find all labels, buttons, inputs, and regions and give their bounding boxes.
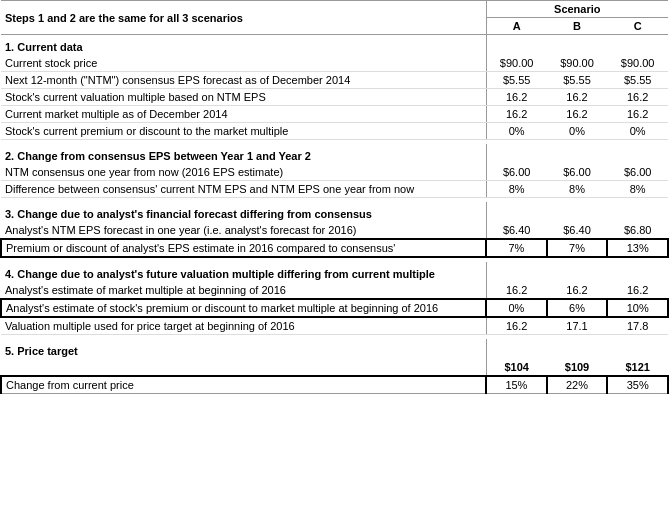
table-row: Change from current price 15% 22% 35% — [1, 376, 668, 394]
section-header-section3: 3. Change due to analyst's financial for… — [1, 202, 668, 222]
row-value-a: 15% — [486, 376, 547, 394]
section-header-label: 3. Change due to analyst's financial for… — [1, 202, 486, 222]
row-value-b: 16.2 — [547, 89, 608, 106]
row-value-b: $6.00 — [547, 164, 608, 181]
row-value-b: 16.2 — [547, 282, 608, 299]
row-value-c: $6.80 — [607, 222, 668, 239]
row-label: Current stock price — [1, 55, 486, 72]
scenario-a-header: A — [486, 18, 547, 35]
row-value-a: 0% — [486, 123, 547, 140]
row-label: Analyst's estimate of stock's premium or… — [1, 299, 486, 317]
table-row: Difference between consensus' current NT… — [1, 181, 668, 198]
scenario-header-row: Steps 1 and 2 are the same for all 3 sce… — [1, 1, 668, 18]
row-value-b: 0% — [547, 123, 608, 140]
table-row: Analyst's estimate of stock's premium or… — [1, 299, 668, 317]
row-value-a: $90.00 — [486, 55, 547, 72]
row-value-c: 13% — [607, 239, 668, 257]
row-value-a: 16.2 — [486, 89, 547, 106]
table-row: Stock's current premium or discount to t… — [1, 123, 668, 140]
table-row: Premium or discount of analyst's EPS est… — [1, 239, 668, 257]
table-row: Analyst's estimate of market multiple at… — [1, 282, 668, 299]
row-label: Analyst's estimate of market multiple at… — [1, 282, 486, 299]
row-label: Stock's current valuation multiple based… — [1, 89, 486, 106]
row-value-b: 7% — [547, 239, 608, 257]
section-header-label: 5. Price target — [1, 339, 486, 359]
row-value-a: 16.2 — [486, 282, 547, 299]
table-row: NTM consensus one year from now (2016 EP… — [1, 164, 668, 181]
row-value-c: 16.2 — [607, 89, 668, 106]
row-label: Stock's current premium or discount to t… — [1, 123, 486, 140]
title-cell: Steps 1 and 2 are the same for all 3 sce… — [1, 1, 486, 35]
scenario-b-header: B — [547, 18, 608, 35]
row-label: Next 12-month ("NTM") consensus EPS fore… — [1, 72, 486, 89]
row-value-b: 17.1 — [547, 317, 608, 335]
row-value-c: $5.55 — [607, 72, 668, 89]
row-value-b: 8% — [547, 181, 608, 198]
table-row: Valuation multiple used for price target… — [1, 317, 668, 335]
scenario-c-header: C — [607, 18, 668, 35]
row-value-a: 0% — [486, 299, 547, 317]
row-value-a: 8% — [486, 181, 547, 198]
section-header-section1: 1. Current data — [1, 35, 668, 56]
row-label: NTM consensus one year from now (2016 EP… — [1, 164, 486, 181]
row-label: Current market multiple as of December 2… — [1, 106, 486, 123]
row-value-c: 8% — [607, 181, 668, 198]
row-value-c: $90.00 — [607, 55, 668, 72]
row-label: Analyst's NTM EPS forecast in one year (… — [1, 222, 486, 239]
section-header-label: 1. Current data — [1, 35, 486, 56]
row-value-c: 16.2 — [607, 282, 668, 299]
row-value-b: $90.00 — [547, 55, 608, 72]
section-header-section2: 2. Change from consensus EPS between Yea… — [1, 144, 668, 164]
price-target-a: $104 — [486, 359, 547, 376]
row-value-c: 35% — [607, 376, 668, 394]
row-value-c: 0% — [607, 123, 668, 140]
row-value-b: $5.55 — [547, 72, 608, 89]
row-value-c: $6.00 — [607, 164, 668, 181]
row-label: Premium or discount of analyst's EPS est… — [1, 239, 486, 257]
table-row: Stock's current valuation multiple based… — [1, 89, 668, 106]
price-target-label — [1, 359, 486, 376]
row-value-c: 17.8 — [607, 317, 668, 335]
section-header-label: 2. Change from consensus EPS between Yea… — [1, 144, 486, 164]
price-target-row: $104 $109 $121 — [1, 359, 668, 376]
row-value-b: 6% — [547, 299, 608, 317]
row-value-a: 7% — [486, 239, 547, 257]
table-row: Current market multiple as of December 2… — [1, 106, 668, 123]
section-header-section4: 4. Change due to analyst's future valuat… — [1, 262, 668, 282]
section-header-section5: 5. Price target — [1, 339, 668, 359]
row-label: Difference between consensus' current NT… — [1, 181, 486, 198]
section-header-label: 4. Change due to analyst's future valuat… — [1, 262, 486, 282]
row-value-a: $6.00 — [486, 164, 547, 181]
row-label: Change from current price — [1, 376, 486, 394]
table-row: Current stock price $90.00 $90.00 $90.00 — [1, 55, 668, 72]
row-value-a: $6.40 — [486, 222, 547, 239]
row-value-b: 16.2 — [547, 106, 608, 123]
row-value-c: 10% — [607, 299, 668, 317]
table-row: Analyst's NTM EPS forecast in one year (… — [1, 222, 668, 239]
scenario-label: Scenario — [486, 1, 668, 18]
row-label: Valuation multiple used for price target… — [1, 317, 486, 335]
row-value-a: 16.2 — [486, 106, 547, 123]
price-target-c: $121 — [607, 359, 668, 376]
row-value-b: $6.40 — [547, 222, 608, 239]
table-row: Next 12-month ("NTM") consensus EPS fore… — [1, 72, 668, 89]
price-target-b: $109 — [547, 359, 608, 376]
row-value-a: 16.2 — [486, 317, 547, 335]
row-value-a: $5.55 — [486, 72, 547, 89]
row-value-b: 22% — [547, 376, 608, 394]
row-value-c: 16.2 — [607, 106, 668, 123]
